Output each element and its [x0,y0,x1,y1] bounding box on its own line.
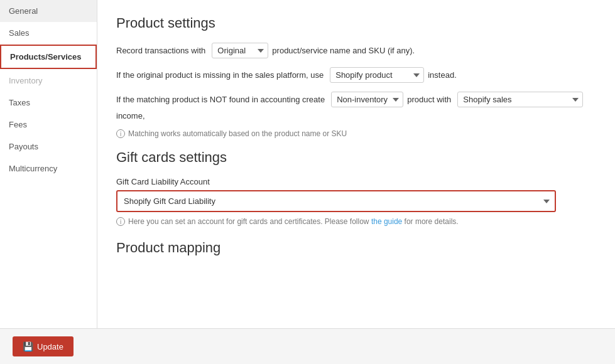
product-mapping-title: Product mapping [116,240,596,256]
missing-product-suffix: instead. [428,70,457,80]
sidebar: General Sales Products/Services Inventor… [0,0,97,339]
update-button[interactable]: 💾 Update [13,336,73,356]
not-found-income-select[interactable]: Shopify sales Other income [457,92,583,107]
gift-card-info-suffix: for more details. [405,217,459,226]
record-transactions-suffix: product/service name and SKU (if any). [272,46,415,55]
sidebar-item-payouts[interactable]: Payouts [0,136,97,158]
sidebar-item-taxes[interactable]: Taxes [0,92,97,114]
gift-card-liability-label: Gift Card Liability Account [116,177,596,186]
gift-card-guide-link[interactable]: the guide [371,217,402,226]
record-transactions-row: Record transactions with Original Custom… [116,43,596,58]
not-found-middle: product with [407,95,451,104]
record-transactions-label: Record transactions with [116,46,205,55]
gift-cards-section: Gift cards settings Gift Card Liability … [116,149,596,226]
sidebar-item-products-services[interactable]: Products/Services [0,45,97,69]
matching-info-row: i Matching works automatically based on … [116,129,596,138]
missing-product-row: If the original product is missing in th… [116,67,596,83]
floppy-disk-icon: 💾 [23,341,33,351]
gift-card-info-row: i Here you can set an account for gift c… [116,217,596,226]
update-button-label: Update [37,342,63,351]
matching-info-icon: i [116,129,125,138]
sidebar-item-general[interactable]: General [0,0,97,22]
gift-card-select-wrapper: Shopify Gift Card Liability Other [116,190,556,212]
not-found-suffix: income, [116,111,145,120]
matching-info-text: Matching works automatically based on th… [128,129,347,138]
gift-cards-title: Gift cards settings [116,149,596,166]
sidebar-item-multicurrency[interactable]: Multicurrency [0,158,97,179]
missing-product-label: If the original product is missing in th… [116,70,324,80]
gift-card-info-prefix: Here you can set an account for gift car… [128,217,369,226]
product-mapping-section: Product mapping [116,240,596,256]
sidebar-item-fees[interactable]: Fees [0,114,97,136]
missing-product-select[interactable]: Shopify product None [330,67,424,83]
bottom-bar: 💾 Update [0,328,615,364]
not-found-type-select[interactable]: Non-inventory Service Inventory [331,92,403,107]
record-transactions-select[interactable]: Original Custom None [212,43,268,58]
gift-card-info-icon: i [116,217,125,226]
not-found-label: If the matching product is NOT found in … [116,95,325,104]
main-content: Product settings Record transactions wit… [97,0,615,339]
product-settings-title: Product settings [116,15,596,31]
sidebar-item-sales[interactable]: Sales [0,22,97,44]
gift-card-liability-select[interactable]: Shopify Gift Card Liability Other [117,191,555,211]
not-found-row: If the matching product is NOT found in … [116,92,596,120]
sidebar-item-inventory: Inventory [0,70,97,92]
